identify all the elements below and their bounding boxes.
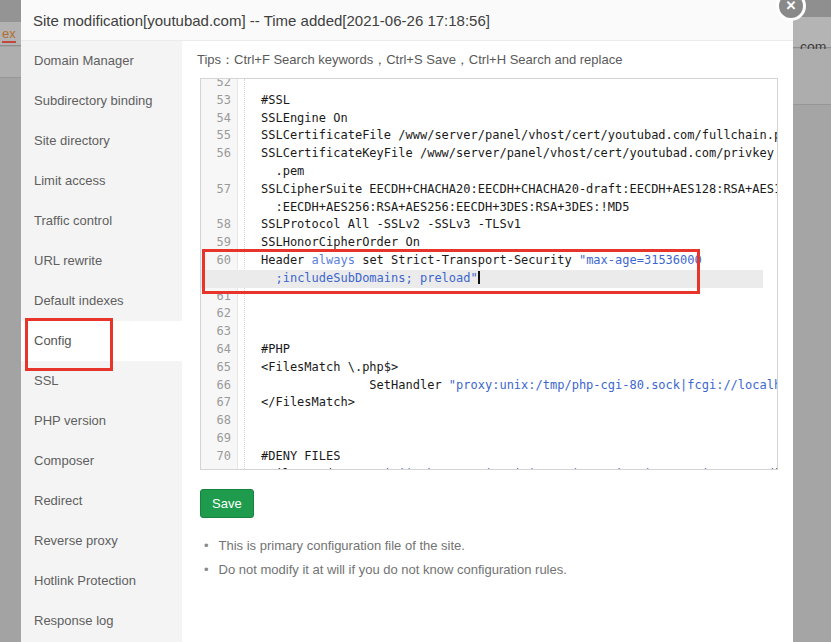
code-text: :EECDH+AES256:RSA+AES256:EECDH+3DES:RSA+… bbox=[238, 199, 629, 217]
code-text: Header always set Strict-Transport-Secur… bbox=[238, 252, 702, 270]
note-do-not-modify: Do not modify it at will if you do not k… bbox=[204, 562, 567, 577]
line-number: 66 bbox=[201, 377, 238, 395]
dialog-sidebar: Domain ManagerSubdirectory bindingSite d… bbox=[21, 41, 182, 642]
code-text: SSLHonorCipherOrder On bbox=[238, 234, 420, 252]
code-text: SSLCertificateKeyFile /www/server/panel/… bbox=[238, 145, 774, 163]
code-line-65: 65<FilesMatch \.php$> bbox=[201, 359, 763, 377]
code-line-66: 66 SetHandler "proxy:unix:/tmp/php-cgi-8… bbox=[201, 377, 763, 395]
line-number bbox=[201, 163, 238, 181]
code-line-68: 68 bbox=[201, 412, 763, 430]
line-number: 58 bbox=[201, 216, 238, 234]
code-text bbox=[238, 288, 261, 306]
dialog-header: Site modification[youtubad.com] -- Time … bbox=[21, 0, 793, 41]
code-line-56: 56SSLCertificateKeyFile /www/server/pane… bbox=[201, 145, 763, 163]
background-band bbox=[0, 47, 21, 78]
background-band: .com bbox=[793, 17, 831, 48]
code-line-57: 57SSLCipherSuite EECDH+CHACHA20:EECDH+CH… bbox=[201, 181, 763, 199]
code-text: </FilesMatch> bbox=[238, 394, 355, 412]
sidebar-item-default-indexes[interactable]: Default indexes bbox=[21, 281, 182, 321]
code-line-54: 54SSLEngine On bbox=[201, 110, 763, 128]
background-page-right: .com bbox=[793, 0, 831, 642]
code-text: SetHandler "proxy:unix:/tmp/php-cgi-80.s… bbox=[238, 377, 778, 395]
line-number: 62 bbox=[201, 305, 238, 323]
background-page-left: ex bbox=[0, 0, 21, 642]
sidebar-item-domain-manager[interactable]: Domain Manager bbox=[21, 41, 182, 81]
line-number: 54 bbox=[201, 110, 238, 128]
sidebar-item-composer[interactable]: Composer bbox=[21, 441, 182, 481]
sidebar-item-limit-access[interactable]: Limit access bbox=[21, 161, 182, 201]
line-number: 57 bbox=[201, 181, 238, 199]
sidebar-item-php-version[interactable]: PHP version bbox=[21, 401, 182, 441]
code-line-69: 69 bbox=[201, 430, 763, 448]
code-text: SSLProtocol All -SSLv2 -SSLv3 -TLSv1 bbox=[238, 216, 521, 234]
code-text bbox=[238, 78, 261, 92]
line-number: 52 bbox=[201, 78, 238, 92]
background-band bbox=[0, 0, 21, 22]
background-band bbox=[793, 49, 831, 105]
code-text: SSLCertificateFile /www/server/panel/vho… bbox=[238, 127, 778, 145]
code-text: <Files ~ (\.user.ini|\.htaccess|\.git|\.… bbox=[238, 466, 778, 470]
dialog-title: Site modification[youtubad.com] -- Time … bbox=[33, 0, 490, 41]
code-line-67: 67</FilesMatch> bbox=[201, 394, 763, 412]
sidebar-item-url-rewrite[interactable]: URL rewrite bbox=[21, 241, 182, 281]
code-text bbox=[238, 305, 261, 323]
line-number: 63 bbox=[201, 323, 238, 341]
line-number: 55 bbox=[201, 127, 238, 145]
config-code-editor[interactable]: 5253#SSL54SSLEngine On55SSLCertificateFi… bbox=[200, 78, 778, 470]
code-text bbox=[238, 412, 261, 430]
config-panel: Tips：Ctrl+F Search keywords，Ctrl+S Save，… bbox=[182, 41, 793, 642]
line-number: 68 bbox=[201, 412, 238, 430]
sidebar-item-redirect[interactable]: Redirect bbox=[21, 481, 182, 521]
sidebar-item-response-log[interactable]: Response log bbox=[21, 601, 182, 641]
background-text-fragment: ex bbox=[2, 26, 16, 43]
code-line-wrap: :EECDH+AES256:RSA+AES256:EECDH+3DES:RSA+… bbox=[201, 199, 763, 217]
line-number: 56 bbox=[201, 145, 238, 163]
sidebar-item-site-directory[interactable]: Site directory bbox=[21, 121, 182, 161]
code-text bbox=[238, 430, 261, 448]
line-number: 69 bbox=[201, 430, 238, 448]
code-text: SSLEngine On bbox=[238, 110, 348, 128]
code-line-wrap: .pem bbox=[201, 163, 763, 181]
code-lines: 5253#SSL54SSLEngine On55SSLCertificateFi… bbox=[201, 78, 763, 470]
code-text: #PHP bbox=[238, 341, 290, 359]
code-line-64: 64#PHP bbox=[201, 341, 763, 359]
sidebar-item-config[interactable]: Config bbox=[21, 321, 182, 361]
line-number: 71 bbox=[201, 466, 238, 470]
sidebar-item-hotlink-protection[interactable]: Hotlink Protection bbox=[21, 561, 182, 601]
code-text: SSLCipherSuite EECDH+CHACHA20:EECDH+CHAC… bbox=[238, 181, 778, 199]
text-cursor bbox=[478, 271, 480, 284]
sidebar-item-subdirectory-binding[interactable]: Subdirectory binding bbox=[21, 81, 182, 121]
code-text: <FilesMatch \.php$> bbox=[238, 359, 398, 377]
code-line-52: 52 bbox=[201, 78, 763, 92]
save-button[interactable]: Save bbox=[200, 489, 254, 518]
site-modification-dialog: Site modification[youtubad.com] -- Time … bbox=[21, 0, 793, 642]
line-number: 53 bbox=[201, 92, 238, 110]
code-line-53: 53#SSL bbox=[201, 92, 763, 110]
line-number: 61 bbox=[201, 288, 238, 306]
code-text: .pem bbox=[238, 163, 304, 181]
code-line-wrap: ;includeSubDomains; preload" bbox=[201, 270, 763, 288]
code-text bbox=[238, 323, 261, 341]
sidebar-item-ssl[interactable]: SSL bbox=[21, 361, 182, 401]
line-number: 65 bbox=[201, 359, 238, 377]
screen: ex .com Site modification[youtubad.com] … bbox=[0, 0, 831, 642]
line-number bbox=[201, 199, 238, 217]
code-line-55: 55SSLCertificateFile /www/server/panel/v… bbox=[201, 127, 763, 145]
code-text: #SSL bbox=[238, 92, 290, 110]
code-line-61: 61 bbox=[201, 288, 763, 306]
sidebar-item-reverse-proxy[interactable]: Reverse proxy bbox=[21, 521, 182, 561]
sidebar-item-traffic-control[interactable]: Traffic control bbox=[21, 201, 182, 241]
note-primary-config: This is primary configuration file of th… bbox=[204, 538, 465, 553]
line-number: 64 bbox=[201, 341, 238, 359]
code-line-60: 60Header always set Strict-Transport-Sec… bbox=[201, 252, 763, 270]
editor-tips: Tips：Ctrl+F Search keywords，Ctrl+S Save，… bbox=[197, 51, 622, 69]
code-line-58: 58SSLProtocol All -SSLv2 -SSLv3 -TLSv1 bbox=[201, 216, 763, 234]
code-text: ;includeSubDomains; preload" bbox=[238, 270, 480, 288]
line-number: 70 bbox=[201, 448, 238, 466]
code-line-63: 63 bbox=[201, 323, 763, 341]
code-line-70: 70#DENY FILES bbox=[201, 448, 763, 466]
code-text: #DENY FILES bbox=[238, 448, 340, 466]
line-number: 60 bbox=[201, 252, 238, 270]
code-line-62: 62 bbox=[201, 305, 763, 323]
line-number: 67 bbox=[201, 394, 238, 412]
